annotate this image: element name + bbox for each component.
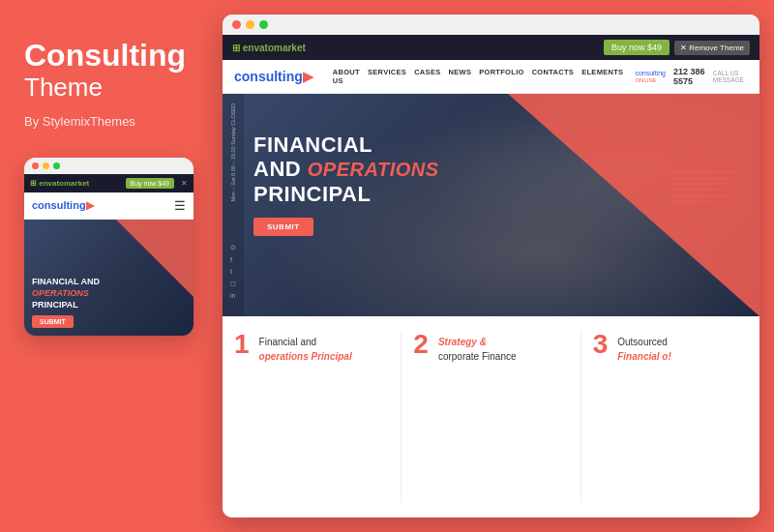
hero-submit-button[interactable]: SUBMIT bbox=[253, 218, 313, 236]
author-line: By StylemixThemes bbox=[24, 114, 198, 129]
nav-cases[interactable]: CASES bbox=[414, 68, 440, 85]
nav-elements[interactable]: ELEMENTS bbox=[581, 68, 623, 85]
feature-1-text: Financial and operations Principal bbox=[259, 331, 352, 364]
nav-links: ABOUT US SERVICES CASES NEWS PORTFOLIO C… bbox=[333, 68, 624, 85]
mobile-hero-text: FINANCIAL AND operations PRINCIPAL SUBMI… bbox=[32, 277, 100, 328]
feature-1-plain: Financial and bbox=[259, 337, 316, 347]
nav-contacts[interactable]: CONTACTS bbox=[532, 68, 575, 85]
theme-title: Consulting bbox=[24, 39, 198, 73]
feature-item-1: 1 Financial and operations Principal bbox=[234, 331, 402, 503]
mobile-dot-yellow bbox=[43, 163, 49, 169]
desktop-nav: consulting▶ ABOUT US SERVICES CASES NEWS… bbox=[223, 60, 759, 94]
mobile-hero-triangle bbox=[116, 220, 194, 297]
mobile-logo: consulting▶ bbox=[32, 199, 94, 212]
hero-hours-text: Mon – Sat 8.00 – 18.00 Sunday CLOSED bbox=[230, 103, 236, 202]
mobile-nav: consulting▶ ☰ bbox=[24, 192, 194, 220]
hero-social-icons: ⊙ f t ◻ in bbox=[230, 244, 236, 307]
hero-line-6 bbox=[672, 200, 711, 202]
hero-line-1 bbox=[672, 171, 740, 173]
left-panel: Consulting Theme By StylemixThemes ⊞ env… bbox=[0, 0, 223, 365]
desktop-dot-yellow bbox=[246, 20, 254, 29]
mobile-submit-button[interactable]: SUBMIT bbox=[32, 315, 74, 328]
hero-sidebar-strip: Mon – Sat 8.00 – 18.00 Sunday CLOSED ⊙ f… bbox=[223, 94, 244, 316]
mobile-envato-bar: ⊞ envatomarket Buy now $49 ✕ bbox=[24, 174, 194, 192]
desktop-buy-button[interactable]: Buy now $49 bbox=[604, 40, 670, 55]
hero-title: FINANCIAL AND operations PRINCIPAL bbox=[253, 133, 439, 206]
desktop-hero: Mon – Sat 8.00 – 18.00 Sunday CLOSED ⊙ f… bbox=[223, 94, 759, 316]
hero-line-4 bbox=[672, 189, 716, 191]
hero-line-3 bbox=[672, 183, 735, 185]
desktop-envato-logo: ⊞ envatomarket bbox=[232, 43, 306, 53]
hero-line-5 bbox=[672, 194, 730, 196]
envato-logo-mobile: ⊞ envatomarket bbox=[30, 179, 89, 188]
phone-number: 212 386 5575 bbox=[673, 67, 705, 86]
hero-decorative-lines bbox=[672, 171, 740, 202]
nav-portfolio[interactable]: PORTFOLIO bbox=[479, 68, 523, 85]
desktop-preview: ⊞ envatomarket Buy now $49 ✕ Remove Them… bbox=[223, 15, 759, 517]
consulting-online-label: consultingONLINE bbox=[635, 70, 666, 83]
feature-1-italic: operations Principal bbox=[259, 351, 352, 362]
nav-right: consultingONLINE 212 386 5575 CALL US ME… bbox=[635, 67, 748, 86]
facebook-icon: f bbox=[230, 256, 236, 263]
hero-content: FINANCIAL AND operations PRINCIPAL SUBMI… bbox=[253, 133, 439, 236]
desktop-dot-red bbox=[232, 20, 241, 29]
mobile-close-button[interactable]: ✕ bbox=[181, 179, 188, 188]
desktop-remove-button[interactable]: ✕ Remove Theme bbox=[674, 41, 750, 55]
features-section: 1 Financial and operations Principal 2 S… bbox=[223, 316, 759, 517]
feature-2-number: 2 bbox=[413, 331, 429, 358]
hamburger-icon[interactable]: ☰ bbox=[174, 198, 186, 213]
desktop-dot-green bbox=[259, 20, 268, 29]
hero-triangle bbox=[508, 94, 759, 316]
nav-about[interactable]: ABOUT US bbox=[333, 68, 360, 85]
twitter-icon: t bbox=[230, 268, 236, 275]
nav-news[interactable]: NEWS bbox=[449, 68, 472, 85]
feature-item-2: 2 Strategy & corporate Finance bbox=[402, 331, 580, 503]
feature-3-plain: Outsourced bbox=[617, 337, 668, 347]
mobile-hero-title: FINANCIAL AND operations PRINCIPAL bbox=[32, 277, 100, 310]
hero-title-line1: FINANCIAL bbox=[253, 133, 372, 157]
feature-2-italic: Strategy & bbox=[438, 337, 487, 347]
feature-3-italic: Financial o! bbox=[617, 351, 671, 362]
feature-2-plain: corporate Finance bbox=[438, 351, 517, 362]
desktop-logo: consulting▶ bbox=[234, 69, 313, 84]
feature-3-number: 3 bbox=[593, 331, 609, 358]
mobile-preview: ⊞ envatomarket Buy now $49 ✕ consulting▶… bbox=[24, 158, 194, 336]
location-icon: ⊙ bbox=[230, 244, 236, 251]
mobile-buy-button[interactable]: Buy now $49 bbox=[126, 178, 174, 189]
feature-item-3: 3 Outsourced Financial o! bbox=[581, 331, 748, 503]
feature-2-text: Strategy & corporate Finance bbox=[438, 331, 517, 364]
desktop-envato-bar: ⊞ envatomarket Buy now $49 ✕ Remove Them… bbox=[223, 35, 759, 60]
nav-services[interactable]: SERVICES bbox=[368, 68, 406, 85]
linkedin-icon: in bbox=[230, 292, 236, 299]
hero-title-line3: PRINCIPAL bbox=[253, 182, 371, 206]
hero-line-2 bbox=[672, 177, 726, 179]
mobile-dot-green bbox=[53, 163, 60, 169]
theme-subtitle: Theme bbox=[24, 73, 198, 103]
mobile-top-bar bbox=[24, 158, 194, 174]
feature-3-text: Outsourced Financial o! bbox=[617, 331, 671, 364]
mobile-dot-red bbox=[32, 163, 39, 169]
feature-1-number: 1 bbox=[234, 331, 250, 358]
call-message-label: CALL US MESSAGE bbox=[713, 70, 748, 83]
desktop-top-bar bbox=[223, 15, 759, 35]
mobile-hero: FINANCIAL AND operations PRINCIPAL SUBMI… bbox=[24, 220, 194, 336]
instagram-icon: ◻ bbox=[230, 280, 236, 287]
hero-title-operations: operations bbox=[308, 159, 439, 180]
